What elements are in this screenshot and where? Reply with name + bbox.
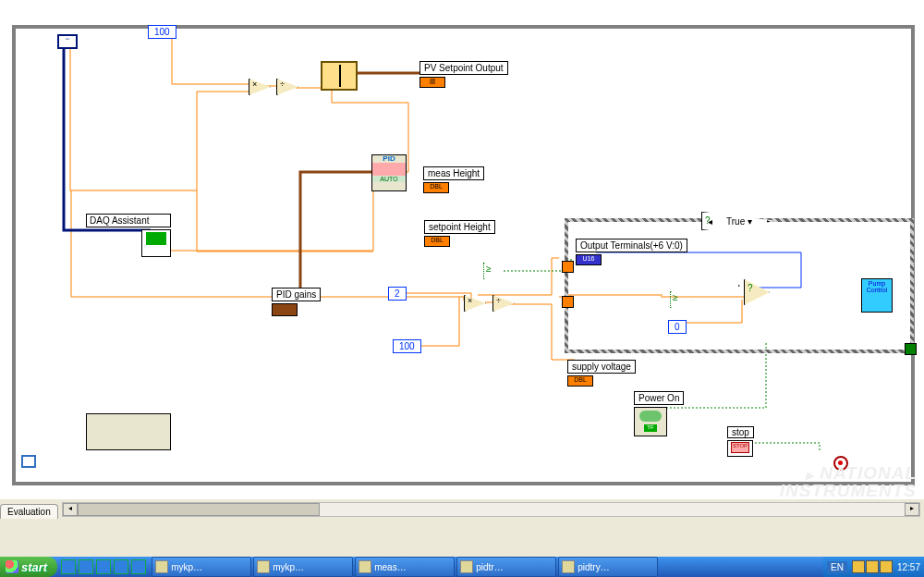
stop-control[interactable]: stop STOP (727, 426, 754, 457)
loop-stop-terminal[interactable] (833, 456, 848, 471)
start-button[interactable]: start (0, 557, 57, 577)
meas-height-indicator: meas Height DBL (423, 166, 484, 193)
while-loop-border: ▫▫ 100 PV Setpoint Output ▥ DAQ Assistan… (12, 25, 915, 485)
grey-gap (0, 520, 924, 557)
scroll-right-icon[interactable]: ▸ (905, 503, 919, 516)
case-next-icon[interactable]: ▸ (761, 216, 776, 227)
power-on-label: Power On (634, 391, 684, 405)
autoindex-tunnel: ▫▫ (57, 34, 78, 49)
task-pidtr[interactable]: pidtr… (456, 557, 556, 577)
scroll-thumb[interactable] (78, 503, 320, 516)
task-mykp1[interactable]: mykp… (152, 557, 251, 577)
case-prev-icon[interactable]: ◂ (702, 216, 717, 227)
task-pidtry[interactable]: pidtry… (558, 557, 658, 577)
pid-gains-label: PID gains (272, 288, 321, 301)
const-100-b: 100 (393, 339, 421, 353)
case-selector-label: True ▾ (717, 216, 761, 227)
pv-setpoint-output-label: PV Setpoint Output (419, 61, 508, 75)
const-100-a: 100 (148, 25, 176, 39)
supply-voltage-label: supply voltage (567, 360, 636, 374)
tray-icon-3[interactable] (880, 560, 893, 573)
tray-icon-1[interactable] (852, 560, 865, 573)
pid-autotune-vi[interactable]: PID AUTO (371, 154, 407, 191)
case-selector[interactable]: ◂ True ▾ ▸ (701, 212, 777, 230)
windows-taskbar: start mykp… mykp… meas… pidtr… pidtry… E… (0, 557, 924, 577)
meas-height-label: meas Height (423, 166, 484, 180)
language-indicator[interactable]: EN (827, 561, 847, 573)
output-terminals-indicator: Output Terminals(+6 V:0) U16 (576, 239, 687, 265)
supply-voltage-indicator: supply voltage DBL (567, 360, 636, 387)
divide-node-a[interactable] (276, 79, 298, 95)
task-mykp2[interactable]: mykp… (253, 557, 353, 577)
ql-ie-icon[interactable] (61, 559, 76, 574)
daq-assistant-block[interactable]: DAQ Assistant (86, 214, 171, 257)
build-array-node[interactable] (321, 61, 358, 91)
daq-assistant-label: DAQ Assistant (86, 214, 171, 227)
power-on-control[interactable]: Power On TF (634, 391, 684, 436)
pid-vi-b: AUTO (372, 176, 406, 182)
divide-node-b[interactable] (492, 295, 515, 312)
pump-control-label: Pump Control (867, 280, 888, 293)
system-tray: EN 12:57 (823, 557, 924, 577)
horizontal-scrollbar[interactable]: ◂ ▸ (62, 502, 920, 517)
pid-gains-control[interactable]: PID gains (272, 288, 321, 316)
bottom-tab-row: Evaluation ◂ ▸ (0, 499, 924, 520)
case-tunnel-sel (562, 261, 574, 273)
multiply-node-a[interactable] (249, 79, 271, 95)
ge-compare-node-case[interactable] (670, 291, 692, 308)
task-meas[interactable]: meas… (355, 557, 455, 577)
quick-launch (57, 557, 150, 577)
ge-compare-node[interactable] (483, 263, 505, 279)
setpoint-height-indicator: setpoint Height DBL (424, 220, 495, 247)
pid-vi-h: PID (372, 155, 406, 163)
case-tunnel-bool-out (905, 343, 917, 355)
select-node[interactable] (744, 279, 770, 305)
scroll-left-icon[interactable]: ◂ (63, 503, 78, 516)
loop-iteration-terminal (21, 455, 36, 468)
case-tunnel-in1 (562, 296, 574, 308)
ql-vlc-icon[interactable] (114, 559, 128, 574)
pv-setpoint-output-indicator: PV Setpoint Output ▥ (419, 61, 508, 88)
multiply-node-b[interactable] (464, 295, 486, 312)
clock[interactable]: 12:57 (897, 562, 920, 572)
const-2: 2 (388, 287, 407, 301)
task-buttons: mykp… mykp… meas… pidtr… pidtry… (150, 557, 823, 577)
const-0: 0 (668, 320, 687, 334)
ql-mail-icon[interactable] (79, 559, 93, 574)
setpoint-height-label: setpoint Height (424, 220, 495, 234)
evaluation-tab[interactable]: Evaluation (0, 504, 58, 519)
tray-icon-2[interactable] (866, 560, 879, 573)
stop-label: stop (727, 426, 754, 438)
output-terminals-label: Output Terminals(+6 V:0) (576, 239, 687, 252)
stop-btn-text: STOP (731, 442, 749, 453)
ql-app-icon[interactable] (131, 559, 146, 574)
ql-desktop-icon[interactable] (96, 559, 111, 574)
pump-control-indicator: Pump Control (861, 278, 893, 313)
